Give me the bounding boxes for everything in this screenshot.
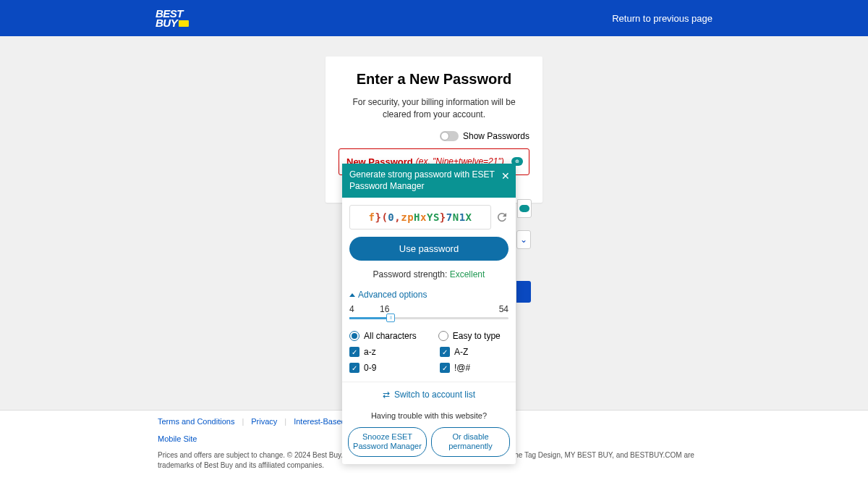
refresh-icon[interactable] (495, 211, 509, 224)
generated-password-display: f}(0,zpHxYS}7N1X (349, 205, 491, 230)
trouble-text: Having trouble with this website? (342, 407, 516, 424)
close-icon[interactable]: ✕ (501, 169, 510, 182)
snooze-button[interactable]: Snooze ESET Password Manager (348, 427, 427, 456)
slider-min: 4 (349, 304, 354, 314)
eset-side-icon[interactable] (517, 199, 532, 218)
switch-account-list-link[interactable]: ⇄ Switch to account list (342, 382, 516, 407)
radio-all-characters[interactable]: All characters (349, 331, 417, 341)
strength-indicator: Password strength: Excellent (342, 269, 516, 279)
return-link[interactable]: Return to previous page (612, 13, 712, 24)
slider-thumb[interactable]: ⦀ (386, 314, 395, 322)
subtitle: For security, your billing information w… (339, 96, 529, 121)
footer-link[interactable]: Privacy (251, 417, 277, 426)
eset-password-popup: Generate strong password with ESET Passw… (342, 164, 516, 464)
checkbox-uppercase[interactable]: ✓A-Z (440, 347, 509, 357)
checkbox-symbols[interactable]: ✓!@# (440, 363, 509, 373)
disable-button[interactable]: Or disable permanently (431, 427, 510, 456)
length-slider[interactable]: ⦀ (349, 317, 509, 319)
advanced-options-toggle[interactable]: Advanced options (342, 287, 516, 303)
chevron-up-icon (349, 293, 355, 297)
site-header: BEST BUY Return to previous page (0, 0, 868, 36)
checkbox-digits[interactable]: ✓0-9 (349, 363, 418, 373)
slider-max: 54 (499, 304, 509, 314)
eset-popup-header: Generate strong password with ESET Passw… (342, 164, 516, 198)
dropdown-chevron-icon[interactable]: ⌄ (516, 230, 531, 249)
checkbox-lowercase[interactable]: ✓a-z (349, 347, 418, 357)
switch-icon: ⇄ (383, 390, 390, 400)
slider-current: 16 (380, 304, 389, 314)
bestbuy-logo[interactable]: BEST BUY (156, 9, 189, 28)
footer-link[interactable]: Terms and Conditions (158, 417, 234, 426)
use-password-button[interactable]: Use password (349, 237, 509, 261)
radio-easy-to-type[interactable]: Easy to type (438, 331, 501, 341)
show-passwords-label: Show Passwords (463, 131, 529, 141)
tag-icon (179, 20, 189, 27)
mobile-site-link[interactable]: Mobile Site (158, 434, 197, 443)
continue-button-peek[interactable] (516, 281, 531, 303)
page-title: Enter a New Password (339, 71, 529, 88)
show-passwords-toggle[interactable] (440, 131, 459, 141)
